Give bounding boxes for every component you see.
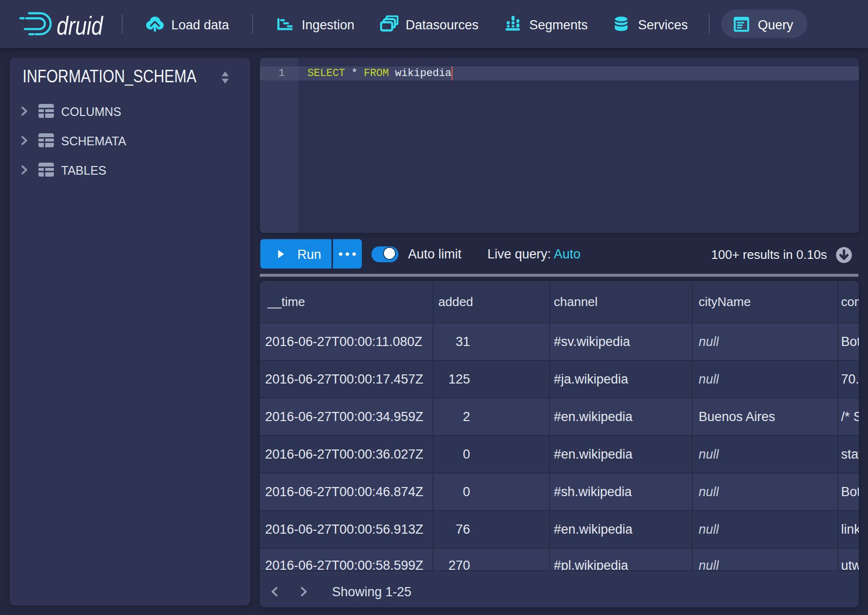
svg-text:druid: druid: [57, 11, 104, 39]
